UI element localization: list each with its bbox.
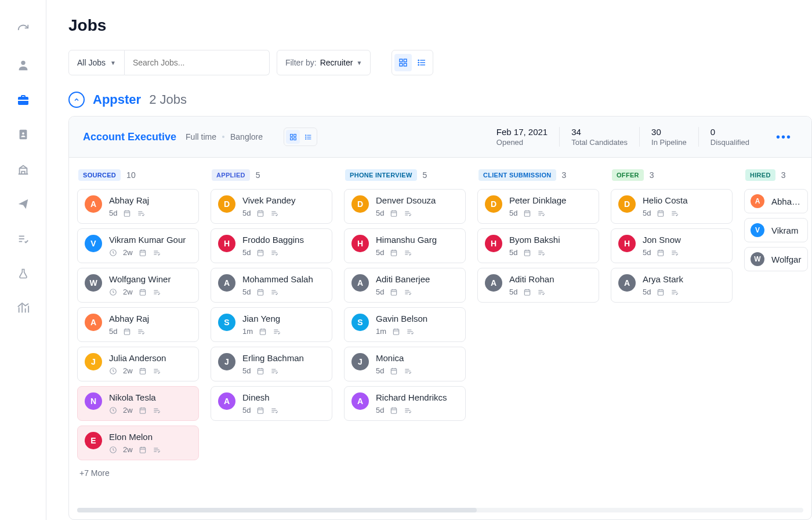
candidate-card[interactable]: JJulia Anderson2w (77, 347, 199, 381)
candidate-card[interactable]: VVikram (744, 218, 808, 242)
kanban-column: SOURCED10AAbhay Raj5dVVikram Kumar Gour2… (77, 169, 199, 494)
all-jobs-dropdown[interactable]: All Jobs ▼ (68, 50, 125, 75)
kanban-column: OFFER3DHelio Costa5dHJon Snow5dAArya Sta… (611, 169, 733, 494)
card-meta: 1m (242, 327, 325, 336)
candidate-card[interactable]: SJian Yeng1m (211, 307, 332, 342)
job-title[interactable]: Account Executive (83, 131, 176, 143)
refresh-icon[interactable] (16, 23, 30, 37)
filter-by-dropdown[interactable]: Filter by: Recruiter ▼ (277, 50, 371, 75)
job-grid-view[interactable] (286, 130, 300, 144)
candidate-card[interactable]: WWolfgar (744, 247, 808, 271)
svg-rect-150 (392, 368, 397, 373)
svg-rect-18 (290, 137, 292, 140)
candidate-card[interactable]: DDenver Dsouza5d (344, 189, 466, 224)
candidate-card[interactable]: ADinesh5d (211, 386, 332, 421)
candidate-card[interactable]: ARichard Hendrikcs5d (344, 386, 466, 421)
group-name[interactable]: Appster (93, 92, 141, 107)
candidate-card[interactable]: DPeter Dinklage5d (477, 189, 599, 224)
svg-rect-80 (258, 210, 263, 216)
collapse-button[interactable] (68, 92, 85, 108)
candidate-card[interactable]: AAbhay Raj5d (77, 307, 199, 342)
svg-rect-157 (392, 408, 397, 413)
svg-rect-17 (293, 134, 296, 136)
more-button[interactable]: ••• (770, 130, 798, 144)
candidate-card[interactable]: HFroddo Baggins5d (211, 228, 332, 263)
column-header: APPLIED5 (211, 169, 332, 181)
job-stat: 34Total Candidates (559, 127, 639, 147)
avatar: W (85, 274, 102, 292)
job-stat: Feb 17, 2021Opened (485, 127, 559, 147)
job-list-view[interactable] (301, 130, 315, 144)
avatar: S (351, 314, 369, 331)
list-view-button[interactable] (413, 54, 430, 71)
candidate-card[interactable]: JMonica5d (344, 347, 466, 381)
svg-rect-171 (525, 250, 530, 255)
stat-label: In Pipeline (651, 138, 687, 147)
card-meta: 5d (242, 406, 325, 414)
candidate-card[interactable]: HHimanshu Garg5d (344, 228, 466, 263)
candidate-card[interactable]: AArya Stark5d (611, 268, 733, 303)
briefcase-icon[interactable] (16, 93, 30, 107)
scrollbar-thumb[interactable] (77, 508, 477, 512)
column-pill: CLIENT SUBMISSION (478, 169, 556, 181)
horizontal-scrollbar[interactable] (77, 508, 803, 512)
candidate-card[interactable]: DVivek Pandey5d (211, 189, 332, 224)
column-pill: OFFER (612, 169, 644, 181)
candidate-card[interactable]: AAbhay R (744, 189, 808, 213)
card-time: 2w (123, 366, 133, 375)
checklist-icon[interactable] (16, 232, 30, 246)
grid-view-button[interactable] (394, 54, 412, 71)
candidate-card[interactable]: AAbhay Raj5d (77, 189, 199, 224)
flask-icon[interactable] (16, 267, 30, 281)
card-time: 5d (643, 248, 651, 257)
candidate-name: Arya Stark (643, 274, 725, 284)
card-meta: 5d (376, 288, 458, 296)
avatar: W (751, 252, 764, 266)
candidate-name: Wolfgang Winer (109, 274, 191, 284)
card-meta: 5d (242, 288, 325, 296)
candidate-card[interactable]: AAditi Banerjee5d (344, 268, 466, 303)
card-time: 5d (242, 366, 251, 375)
avatar: A (618, 274, 636, 292)
avatar: S (218, 314, 235, 331)
user-icon[interactable] (16, 58, 30, 72)
candidate-card[interactable]: JErling Bachman5d (211, 347, 332, 381)
candidate-card[interactable]: VVikram Kumar Gour2w (77, 228, 199, 263)
avatar: N (85, 392, 102, 410)
building-icon[interactable] (16, 162, 30, 176)
avatar: A (485, 274, 502, 292)
candidate-card[interactable]: SGavin Belson1m (344, 307, 466, 342)
page-title: Jobs (68, 16, 812, 35)
send-icon[interactable] (16, 197, 30, 211)
job-type: Full time (186, 132, 216, 141)
search-input[interactable] (125, 50, 270, 75)
avatar: J (85, 353, 102, 370)
card-meta: 5d (643, 288, 725, 296)
stat-label: Opened (496, 138, 548, 147)
candidate-card[interactable]: DHelio Costa5d (611, 189, 733, 224)
svg-rect-9 (404, 63, 407, 66)
candidate-card[interactable]: AMohammed Salah5d (211, 268, 332, 303)
card-time: 5d (509, 209, 517, 217)
more-link[interactable]: +7 More (77, 465, 199, 481)
chart-icon[interactable] (16, 301, 30, 315)
candidate-name: Aditi Banerjee (376, 274, 458, 284)
candidate-name: Helio Costa (643, 195, 725, 205)
candidate-card[interactable]: HJon Snow5d (611, 228, 733, 263)
contacts-icon[interactable] (16, 128, 30, 141)
candidate-name: Vivek Pandey (242, 195, 325, 205)
svg-rect-129 (392, 250, 397, 255)
candidate-card[interactable]: AAditi Rohan5d (477, 268, 599, 303)
kanban-column: CLIENT SUBMISSION3DPeter Dinklage5dHByom… (477, 169, 599, 494)
avatar: A (351, 392, 369, 410)
candidate-name: Abhay R (771, 197, 802, 206)
candidate-card[interactable]: HByom Bakshi5d (477, 228, 599, 263)
svg-point-23 (305, 134, 306, 135)
job-wrapper: Account Executive Full time Banglore Feb… (68, 116, 812, 520)
avatar: A (218, 274, 235, 292)
candidate-card[interactable]: NNikola Tesla2w (77, 386, 199, 421)
candidate-card[interactable]: WWolfgang Winer2w (77, 268, 199, 303)
candidate-name: Jian Yeng (242, 314, 325, 323)
candidate-card[interactable]: EElon Melon2w (77, 426, 199, 460)
column-header: CLIENT SUBMISSION3 (477, 169, 599, 181)
